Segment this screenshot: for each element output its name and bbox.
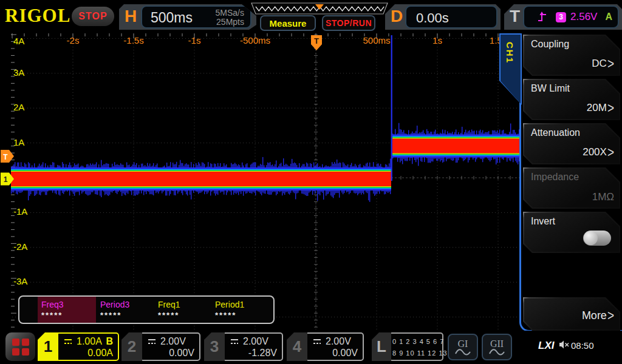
- menu-item-value: DC: [592, 58, 607, 70]
- memory-position-bar[interactable]: [249, 2, 390, 15]
- svg-text:1: 1: [4, 175, 8, 184]
- menu-item-label: Attenuation: [531, 127, 580, 138]
- trigger-group[interactable]: T 3 2.56V A: [504, 4, 622, 30]
- speaker-muted-icon: [559, 340, 570, 349]
- delay-group[interactable]: D 0.00s: [385, 4, 501, 30]
- dc-coupling-icon: [312, 338, 322, 345]
- dc-coupling-icon: [63, 338, 73, 345]
- svg-text:-1.5s: -1.5s: [123, 35, 143, 46]
- sample-rate: 5MSa/s: [216, 8, 244, 18]
- svg-text:-3A: -3A: [13, 276, 27, 286]
- channel-4-values: 2.00V 0.00V: [305, 332, 364, 361]
- chevron-right-icon: >: [607, 99, 614, 116]
- measurement-value: *****: [158, 311, 179, 320]
- logic-analyzer-box[interactable]: 0 1 2 3 4 5 6 7 8 9 10 11 12 13 14 15 L: [372, 332, 443, 361]
- menu-item-impedance: Impedance 1MΩ: [523, 167, 620, 209]
- channel-offset: -1.28V: [230, 348, 277, 360]
- chevron-right-icon: >: [607, 55, 614, 72]
- oscilloscope-screen: -2s-1.5s-1s-500ms500ms1s1.5s4A3A2A1A-1A-…: [0, 0, 622, 364]
- sample-rate-readout: 5MSa/s 25Mpts: [216, 8, 244, 27]
- source-1-label: GI: [458, 339, 468, 348]
- channel-3-box[interactable]: 2.00V -1.28V 3: [204, 332, 283, 361]
- channel-4-box[interactable]: 2.00V 0.00V 4: [287, 332, 364, 361]
- menu-item-value: 200X: [583, 146, 607, 158]
- channel-scale: 2.00V: [243, 336, 268, 347]
- svg-text:-1A: -1A: [13, 206, 27, 217]
- trigger-position-marker[interactable]: T: [311, 35, 322, 50]
- menu-item-invert[interactable]: Invert: [523, 212, 620, 253]
- waveform-ch1: [11, 35, 521, 202]
- horizontal-label: H: [125, 7, 137, 26]
- sine-wave-icon: [489, 348, 505, 356]
- measure-button[interactable]: Measure: [260, 15, 316, 31]
- svg-text:-1s: -1s: [188, 35, 201, 46]
- svg-text:4A: 4A: [13, 36, 24, 46]
- step-edge-line: [391, 35, 392, 181]
- memory-depth: 25Mpts: [216, 18, 244, 27]
- chevron-right-icon: >: [607, 307, 614, 324]
- menu-item-coupling[interactable]: Coupling DC>: [523, 35, 620, 76]
- bandwidth-badge: B: [106, 336, 113, 347]
- trigger-label: T: [510, 7, 520, 26]
- trigger-sweep-mode: A: [605, 12, 612, 22]
- menu-item-value: 20M: [587, 102, 607, 114]
- logic-row-2: 8 9 10 11 12 13 14 15: [392, 348, 440, 359]
- logic-analyzer-label: L: [372, 332, 391, 361]
- toggle-knob: [584, 231, 598, 245]
- menu-item-value: More: [582, 309, 607, 322]
- channel-3-values: 2.00V -1.28V: [222, 332, 283, 361]
- measurement-label: Freq1: [158, 300, 180, 309]
- channel-2-box[interactable]: 2.00V 0.00V 2: [121, 332, 200, 361]
- chevron-right-icon: >: [607, 144, 614, 161]
- menu-item-label: Invert: [531, 216, 555, 227]
- source-1-button[interactable]: GI: [448, 334, 478, 360]
- menu-item-label: Impedance: [531, 172, 579, 183]
- dc-coupling-icon: [230, 338, 239, 345]
- markers[interactable]: TT1: [1, 35, 322, 186]
- measurement-value: *****: [100, 311, 121, 320]
- channel-offset: 0.00A: [63, 348, 113, 360]
- channel-scale: 2.00V: [326, 336, 351, 347]
- menu-button[interactable]: [5, 332, 35, 361]
- svg-text:500ms: 500ms: [363, 35, 390, 46]
- rigol-logo: RIGOL: [5, 5, 70, 27]
- dc-coupling-icon: [147, 338, 157, 345]
- svg-text:1s: 1s: [432, 35, 442, 46]
- trigger-level-value: 2.56V: [570, 11, 597, 23]
- svg-text:-2A: -2A: [13, 241, 27, 252]
- measurement-panel: Freq3 ***** Period3 ***** Freq1 ***** Pe…: [18, 295, 275, 324]
- svg-text:-2s: -2s: [67, 35, 80, 46]
- trigger-level-marker[interactable]: T: [1, 150, 14, 163]
- status-bar: 1.00A B 0.00A 1 2.00V 0.00V 2: [0, 331, 622, 364]
- delay-box: 0.00s: [405, 5, 497, 29]
- menu-item-value: 1MΩ: [592, 191, 614, 203]
- invert-toggle[interactable]: [583, 231, 611, 246]
- acquisition-status-badge: STOP: [72, 7, 114, 26]
- menu-grid-icon: [12, 339, 29, 356]
- horizontal-group[interactable]: H 500ms 5MSa/s 25Mpts: [119, 4, 256, 30]
- measurement-label: Period3: [100, 300, 129, 309]
- stop-run-button[interactable]: STOP/RUN: [322, 15, 375, 31]
- svg-text:1A: 1A: [13, 137, 24, 147]
- logic-row-1: 0 1 2 3 4 5 6 7: [392, 336, 440, 348]
- svg-text:T: T: [314, 36, 319, 46]
- channel-offset: 0.00V: [312, 348, 358, 360]
- channel-scale: 1.00A: [77, 336, 102, 347]
- channel-1-box[interactable]: 1.00A B 0.00A 1: [38, 332, 119, 361]
- measurement-value: *****: [215, 311, 236, 320]
- menu-item-more[interactable]: More>: [523, 297, 620, 331]
- source-2-button[interactable]: GII: [482, 334, 512, 360]
- trigger-source-badge: 3: [556, 12, 566, 22]
- channel-menu: Coupling DC> BW Limit 20M> Attenuation 2…: [521, 33, 622, 364]
- channel-scale: 2.00V: [160, 336, 186, 347]
- measurement-label: Period1: [215, 300, 244, 309]
- tab-ch1-label: CH1: [505, 42, 515, 64]
- timebase-value: 500ms: [151, 10, 193, 26]
- channel-offset: 0.00V: [147, 348, 194, 360]
- measurement-label: Freq3: [41, 300, 64, 309]
- top-bar: RIGOL STOP H 500ms 5MSa/s 25Mpts Measure…: [0, 0, 622, 33]
- channel-4-number: 4: [287, 332, 307, 361]
- lxi-logo: LXI: [538, 340, 554, 352]
- menu-item-bw-limit[interactable]: BW Limit 20M>: [523, 79, 620, 120]
- menu-item-attenuation[interactable]: Attenuation 200X>: [523, 123, 620, 164]
